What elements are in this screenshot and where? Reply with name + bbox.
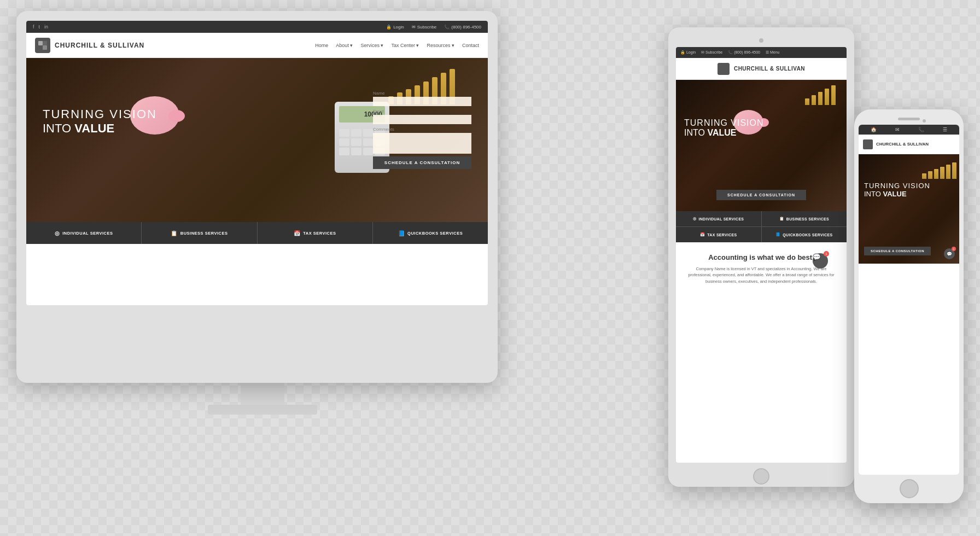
monitor-base (208, 405, 317, 415)
tablet-login[interactable]: 🔒 Login (680, 50, 696, 55)
t-coin-2 (812, 95, 816, 105)
business-icon: 📋 (171, 230, 178, 236)
tablet-business-services[interactable]: 📋 BUSINESS SERVICES (762, 211, 847, 226)
svg-rect-2 (43, 41, 47, 45)
mobile-home-button[interactable] (900, 479, 919, 498)
nav-services[interactable]: Services ▾ (360, 43, 383, 48)
calc-btn (363, 148, 374, 155)
chat-notification-badge: 1 (824, 251, 829, 257)
phone-icon: 📞 (444, 25, 450, 30)
phone-link[interactable]: 📞 (800) 896-4500 (444, 25, 481, 30)
mobile-menu-icon[interactable]: ☰ (943, 127, 947, 132)
calc-btn (351, 148, 361, 155)
mobile-chat-badge: 1 (952, 247, 956, 251)
hero-line2: INTO VALUE (43, 121, 157, 136)
tablet-phone[interactable]: 📞 (800) 896-4500 (728, 50, 760, 55)
nav-about[interactable]: About ▾ (336, 43, 353, 48)
tablet-home-button[interactable] (753, 468, 769, 485)
tablet-website: 🔒 Login ✉ Subscribe 📞 (800) 896-4500 ☰ M… (676, 47, 847, 463)
tablet-hero: TURNING VISION INTO VALUE SCHEDULE A CON… (676, 80, 847, 211)
site-header: CHURCHILL & SULLIVAN Home About ▾ Servic… (26, 33, 488, 58)
comments-input[interactable] (373, 133, 471, 154)
calc-btn (363, 138, 374, 146)
social-icons: f t in (33, 24, 48, 30)
business-services-item[interactable]: 📋 BUSINESS SERVICES (142, 222, 257, 244)
topbar-right: 🔒 Login ✉ Subscribe 📞 (800) 896-4500 (386, 25, 481, 30)
monitor-screen: f t in 🔒 Login ✉ Subscribe (26, 21, 488, 305)
tablet-subscribe[interactable]: ✉ Subscribe (701, 50, 722, 55)
schedule-consultation-button[interactable]: SCHEDULE A CONSULTATION (373, 156, 471, 169)
hero-form: Name Email Comments SCHEDULE A CONSULTAT… (373, 91, 471, 169)
mobile-camera (923, 119, 926, 123)
site-nav: Home About ▾ Services ▾ Tax Center ▾ Res… (315, 43, 479, 48)
logo-text: CHURCHILL & SULLIVAN (55, 42, 144, 49)
tablet-camera (759, 38, 763, 43)
tablet-logo-text: CHURCHILL & SULLIVAN (734, 66, 805, 72)
lock-icon: 🔒 (386, 25, 392, 30)
t-coin-5 (831, 85, 836, 105)
tablet-about-section: Accounting is what we do best. Company N… (676, 242, 847, 295)
linkedin-icon[interactable]: in (44, 24, 48, 30)
quickbooks-services-label: QUICKBOOKS SERVICES (407, 231, 463, 236)
login-link[interactable]: 🔒 Login (386, 25, 404, 30)
mobile-speaker (898, 118, 920, 120)
hero-line1: TURNING VISION (43, 107, 157, 121)
monitor-frame: f t in 🔒 Login ✉ Subscribe (16, 11, 498, 383)
mobile-home-icon[interactable]: 🏠 (871, 127, 877, 132)
tablet-topbar-left: 🔒 Login ✉ Subscribe 📞 (800) 896-4500 ☰ M… (680, 50, 779, 55)
tablet-header: CHURCHILL & SULLIVAN (676, 58, 847, 80)
facebook-icon[interactable]: f (33, 24, 34, 30)
scene: f t in 🔒 Login ✉ Subscribe (0, 0, 980, 536)
mobile-chat-button[interactable]: 💬 1 (944, 248, 955, 259)
mail-icon: ✉ (412, 25, 416, 30)
calc-btn (363, 129, 374, 137)
tablet-tax-services[interactable]: 📅 TAX SERVICES (676, 227, 761, 242)
tablet-chat-button[interactable]: 💬 1 (813, 253, 828, 269)
tablet-consult-button[interactable]: SCHEDULE A CONSULTATION (716, 190, 806, 200)
tablet-individual-label: INDIVIDUAL SERVICES (698, 217, 744, 221)
nav-resources[interactable]: Resources ▾ (427, 43, 454, 48)
tax-services-item[interactable]: 📅 TAX SERVICES (258, 222, 373, 244)
mobile-device: 🏠 ✉ 📞 ☰ CHURCHILL & SULLIVAN (854, 109, 964, 503)
site-topbar: f t in 🔒 Login ✉ Subscribe (26, 21, 488, 33)
twitter-icon[interactable]: t (39, 24, 40, 30)
individual-icon: ◎ (55, 230, 60, 236)
tax-services-label: TAX SERVICES (303, 231, 336, 236)
quickbooks-icon: 📘 (398, 230, 405, 236)
m-coin-2 (928, 171, 932, 179)
m-coin-6 (952, 162, 956, 179)
logo-icon (35, 38, 50, 53)
mobile-hero-text: TURNING VISION INTO VALUE (864, 182, 930, 198)
tablet-hero-line1: TURNING VISION (684, 118, 764, 128)
mobile-phone-icon[interactable]: 📞 (918, 127, 924, 132)
tablet-hero-line2: INTO VALUE (684, 128, 764, 138)
mobile-coin-stacks (922, 162, 956, 179)
site-logo: CHURCHILL & SULLIVAN (35, 38, 144, 53)
t-coin-1 (805, 98, 809, 105)
nav-home[interactable]: Home (315, 43, 328, 48)
tablet-business-icon: 📋 (779, 217, 784, 221)
desktop-website: f t in 🔒 Login ✉ Subscribe (26, 21, 488, 305)
tablet-hero-text: TURNING VISION INTO VALUE (684, 118, 764, 138)
subscribe-link[interactable]: ✉ Subscribe (412, 25, 437, 30)
tablet-screen: 🔒 Login ✉ Subscribe 📞 (800) 896-4500 ☰ M… (676, 47, 847, 463)
tablet-menu[interactable]: ☰ Menu (766, 50, 779, 55)
comments-label: Comments (373, 127, 471, 132)
tablet-logo-icon (718, 63, 730, 75)
individual-services-item[interactable]: ◎ INDIVIDUAL SERVICES (26, 222, 142, 244)
nav-contact[interactable]: Contact (462, 43, 479, 48)
quickbooks-services-item[interactable]: 📘 QUICKBOOKS SERVICES (373, 222, 488, 244)
business-services-label: BUSINESS SERVICES (180, 231, 228, 236)
name-label: Name (373, 91, 471, 96)
name-input[interactable] (373, 97, 471, 106)
m-coin-4 (940, 167, 944, 179)
m-coin-5 (946, 165, 950, 179)
mobile-mail-icon[interactable]: ✉ (895, 127, 900, 132)
tablet-individual-services[interactable]: ◎ INDIVIDUAL SERVICES (676, 211, 761, 226)
svg-rect-0 (38, 41, 43, 45)
hero-text: TURNING VISION INTO VALUE (43, 107, 157, 136)
tablet-quickbooks-services[interactable]: 📘 QUICKBOOKS SERVICES (762, 227, 847, 242)
email-input[interactable] (373, 115, 471, 124)
nav-tax-center[interactable]: Tax Center ▾ (391, 43, 419, 48)
mobile-consult-button[interactable]: SCHEDULE A CONSULTATION (864, 247, 931, 255)
